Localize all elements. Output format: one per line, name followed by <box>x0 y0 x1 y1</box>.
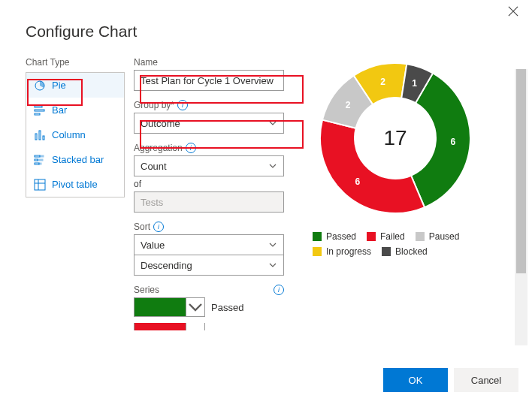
legend-label: Paused <box>429 231 460 242</box>
chevron-down-icon <box>268 161 277 170</box>
groupby-select[interactable]: Outcome <box>134 113 284 134</box>
slice-value: 6 <box>451 137 456 147</box>
close-button[interactable] <box>508 6 521 20</box>
legend-item: Passed <box>313 231 356 242</box>
chart-type-stacked-bar-label: Stacked bar <box>52 154 104 165</box>
sort-label: Sort <box>134 222 150 232</box>
series-color-select-0[interactable] <box>134 297 205 317</box>
donut-chart: 17 66221 <box>313 56 478 221</box>
chart-type-label: Chart Type <box>26 57 134 68</box>
info-icon[interactable]: i <box>153 222 164 232</box>
bar-icon <box>34 104 46 116</box>
info-icon[interactable]: i <box>274 285 284 295</box>
svg-rect-10 <box>38 159 43 161</box>
svg-rect-5 <box>39 131 41 140</box>
slice-value: 2 <box>346 100 351 110</box>
chevron-down-icon <box>268 119 277 128</box>
chart-legend: PassedFailedPausedIn progressBlocked <box>313 231 515 257</box>
series-name-0: Passed <box>211 302 243 313</box>
chart-type-pie-label: Pie <box>52 80 66 91</box>
chart-type-bar[interactable]: Bar <box>26 98 124 122</box>
column-icon <box>34 129 46 141</box>
cancel-button[interactable]: Cancel <box>454 368 518 392</box>
info-icon[interactable]: i <box>186 143 196 153</box>
name-input[interactable]: Test Plan for Cycle 1 Overview <box>134 70 284 91</box>
series-swatch-0 <box>135 298 186 316</box>
chevron-down-icon <box>268 261 277 270</box>
pie-icon <box>34 80 46 92</box>
chart-type-column-label: Column <box>52 129 86 140</box>
chart-type-list: Pie Bar Column <box>26 72 125 197</box>
legend-swatch <box>313 247 322 256</box>
chart-type-pivot-table-label: Pivot table <box>52 179 98 190</box>
legend-swatch <box>367 232 376 241</box>
pivot-table-icon <box>34 179 46 191</box>
info-icon[interactable]: i <box>177 100 188 110</box>
legend-item: In progress <box>313 246 371 257</box>
series-row-0: Passed <box>134 297 305 317</box>
scrollbar[interactable] <box>515 69 527 345</box>
legend-swatch <box>313 232 322 241</box>
legend-item: Paused <box>416 231 460 242</box>
sort-secondary-select[interactable]: Descending <box>134 255 284 276</box>
legend-item: Failed <box>367 231 405 242</box>
chart-type-stacked-bar[interactable]: Stacked bar <box>26 147 124 172</box>
legend-label: Failed <box>380 231 405 242</box>
series-label: Series <box>134 285 159 295</box>
chevron-down-icon <box>186 298 204 316</box>
svg-rect-9 <box>35 159 38 161</box>
series-color-select-1[interactable] <box>134 323 205 330</box>
groupby-label: Group by* <box>134 100 174 110</box>
sort-primary-select[interactable]: Value <box>134 234 284 255</box>
series-swatch-1 <box>135 323 186 330</box>
slice-value: 6 <box>355 176 361 187</box>
svg-rect-4 <box>35 134 37 140</box>
donut-slice <box>320 120 425 213</box>
svg-rect-8 <box>40 155 44 157</box>
dialog-title: Configure Chart <box>0 0 532 57</box>
svg-rect-2 <box>35 110 44 111</box>
svg-rect-6 <box>43 136 44 140</box>
chart-type-pivot-table[interactable]: Pivot table <box>26 172 124 197</box>
donut-total: 17 <box>383 126 407 150</box>
legend-swatch <box>382 247 391 256</box>
stacked-bar-icon <box>34 154 46 166</box>
chevron-down-icon <box>268 240 277 249</box>
legend-label: Blocked <box>395 246 428 257</box>
aggregation-select[interactable]: Count <box>134 155 284 176</box>
svg-rect-7 <box>35 155 40 157</box>
of-label: of <box>134 179 305 189</box>
svg-rect-12 <box>39 163 41 164</box>
slice-value: 2 <box>380 77 385 87</box>
legend-swatch <box>416 232 425 241</box>
ok-button[interactable]: OK <box>383 368 448 392</box>
slice-value: 1 <box>412 78 417 89</box>
scrollbar-thumb[interactable] <box>516 69 526 273</box>
svg-rect-1 <box>35 106 42 107</box>
of-select: Tests <box>134 191 284 213</box>
svg-rect-11 <box>35 163 39 164</box>
legend-item: Blocked <box>382 246 428 257</box>
svg-rect-13 <box>35 179 45 190</box>
aggregation-label: Aggregation <box>134 143 183 153</box>
close-icon <box>508 6 518 17</box>
series-row-1-partial <box>134 323 305 330</box>
name-label: Name <box>134 57 305 68</box>
chart-type-column[interactable]: Column <box>26 122 124 147</box>
legend-label: Passed <box>326 231 356 242</box>
chart-type-pie[interactable]: Pie <box>26 73 124 98</box>
chart-type-bar-label: Bar <box>52 104 67 116</box>
legend-label: In progress <box>326 246 371 257</box>
svg-rect-3 <box>35 113 40 115</box>
